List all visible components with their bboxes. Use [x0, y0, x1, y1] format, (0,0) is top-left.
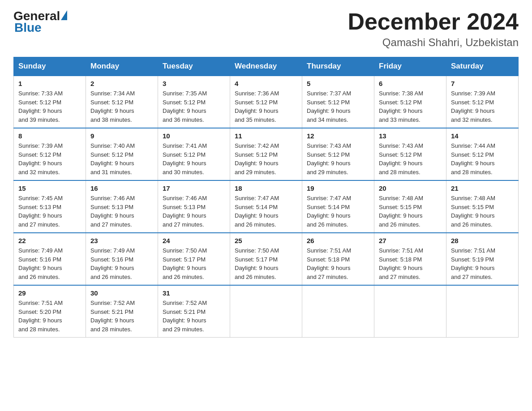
day-info: Sunrise: 7:46 AM Sunset: 5:13 PM Dayligh…: [163, 194, 225, 229]
calendar-cell: 25 Sunrise: 7:50 AM Sunset: 5:17 PM Dayl…: [230, 233, 302, 285]
day-info: Sunrise: 7:33 AM Sunset: 5:12 PM Dayligh…: [18, 89, 81, 124]
calendar-cell: 11 Sunrise: 7:42 AM Sunset: 5:12 PM Dayl…: [230, 128, 302, 180]
calendar-cell: 17 Sunrise: 7:46 AM Sunset: 5:13 PM Dayl…: [158, 180, 230, 233]
calendar-cell: 3 Sunrise: 7:35 AM Sunset: 5:12 PM Dayli…: [158, 76, 230, 128]
day-info: Sunrise: 7:48 AM Sunset: 5:15 PM Dayligh…: [451, 194, 514, 229]
calendar-week-row: 29 Sunrise: 7:51 AM Sunset: 5:20 PM Dayl…: [14, 285, 519, 338]
calendar-cell: 18 Sunrise: 7:47 AM Sunset: 5:14 PM Dayl…: [230, 180, 302, 233]
day-info: Sunrise: 7:48 AM Sunset: 5:15 PM Dayligh…: [379, 194, 442, 229]
day-number: 18: [235, 184, 297, 192]
day-number: 19: [307, 184, 369, 192]
day-number: 30: [90, 289, 153, 297]
day-info: Sunrise: 7:51 AM Sunset: 5:19 PM Dayligh…: [451, 246, 514, 281]
day-info: Sunrise: 7:40 AM Sunset: 5:12 PM Dayligh…: [90, 141, 153, 176]
day-info: Sunrise: 7:35 AM Sunset: 5:12 PM Dayligh…: [163, 89, 225, 124]
day-info: Sunrise: 7:39 AM Sunset: 5:12 PM Dayligh…: [18, 141, 81, 176]
weekday-header-saturday: Saturday: [446, 57, 519, 76]
weekday-header-monday: Monday: [86, 57, 158, 76]
day-info: Sunrise: 7:52 AM Sunset: 5:21 PM Dayligh…: [90, 299, 153, 334]
calendar-cell: [230, 285, 302, 338]
day-number: 15: [18, 184, 81, 192]
day-info: Sunrise: 7:51 AM Sunset: 5:18 PM Dayligh…: [379, 246, 442, 281]
calendar-subtitle: Qamashi Shahri, Uzbekistan: [348, 36, 519, 49]
calendar-cell: 21 Sunrise: 7:48 AM Sunset: 5:15 PM Dayl…: [446, 180, 519, 233]
day-number: 3: [163, 80, 225, 87]
day-info: Sunrise: 7:50 AM Sunset: 5:17 PM Dayligh…: [235, 246, 297, 281]
day-number: 23: [90, 237, 153, 244]
day-info: Sunrise: 7:43 AM Sunset: 5:12 PM Dayligh…: [379, 141, 442, 176]
title-area: December 2024 Qamashi Shahri, Uzbekistan: [348, 9, 519, 49]
calendar-cell: 5 Sunrise: 7:37 AM Sunset: 5:12 PM Dayli…: [302, 76, 374, 128]
calendar-cell: 23 Sunrise: 7:49 AM Sunset: 5:16 PM Dayl…: [86, 233, 158, 285]
day-number: 25: [235, 237, 297, 244]
calendar-cell: 9 Sunrise: 7:40 AM Sunset: 5:12 PM Dayli…: [86, 128, 158, 180]
day-number: 21: [451, 184, 514, 192]
day-info: Sunrise: 7:52 AM Sunset: 5:21 PM Dayligh…: [163, 299, 225, 334]
weekday-header-sunday: Sunday: [14, 57, 86, 76]
calendar-cell: 1 Sunrise: 7:33 AM Sunset: 5:12 PM Dayli…: [14, 76, 86, 128]
day-info: Sunrise: 7:38 AM Sunset: 5:12 PM Dayligh…: [379, 89, 442, 124]
day-info: Sunrise: 7:50 AM Sunset: 5:17 PM Dayligh…: [163, 246, 225, 281]
day-number: 27: [379, 237, 442, 244]
day-number: 14: [451, 132, 514, 140]
weekday-header-friday: Friday: [374, 57, 446, 76]
day-number: 2: [90, 80, 153, 87]
calendar-cell: 14 Sunrise: 7:44 AM Sunset: 5:12 PM Dayl…: [446, 128, 519, 180]
day-info: Sunrise: 7:47 AM Sunset: 5:14 PM Dayligh…: [235, 194, 297, 229]
calendar-cell: 13 Sunrise: 7:43 AM Sunset: 5:12 PM Dayl…: [374, 128, 446, 180]
day-number: 16: [90, 184, 153, 192]
calendar-cell: [374, 285, 446, 338]
day-info: Sunrise: 7:51 AM Sunset: 5:18 PM Dayligh…: [307, 246, 369, 281]
day-number: 24: [163, 237, 225, 244]
logo-blue-text: Blue: [14, 21, 42, 35]
day-info: Sunrise: 7:44 AM Sunset: 5:12 PM Dayligh…: [451, 141, 514, 176]
calendar-week-row: 1 Sunrise: 7:33 AM Sunset: 5:12 PM Dayli…: [14, 76, 519, 128]
day-number: 10: [163, 132, 225, 140]
day-info: Sunrise: 7:42 AM Sunset: 5:12 PM Dayligh…: [235, 141, 297, 176]
day-info: Sunrise: 7:51 AM Sunset: 5:20 PM Dayligh…: [18, 299, 81, 334]
calendar-cell: [446, 285, 519, 338]
calendar-cell: 19 Sunrise: 7:47 AM Sunset: 5:14 PM Dayl…: [302, 180, 374, 233]
calendar-cell: 26 Sunrise: 7:51 AM Sunset: 5:18 PM Dayl…: [302, 233, 374, 285]
day-number: 22: [18, 237, 81, 244]
page-header: General Blue December 2024 Qamashi Shahr…: [13, 9, 519, 49]
logo: General Blue: [13, 9, 68, 35]
calendar-cell: 6 Sunrise: 7:38 AM Sunset: 5:12 PM Dayli…: [374, 76, 446, 128]
calendar-cell: 22 Sunrise: 7:49 AM Sunset: 5:16 PM Dayl…: [14, 233, 86, 285]
calendar-cell: [302, 285, 374, 338]
calendar-cell: 8 Sunrise: 7:39 AM Sunset: 5:12 PM Dayli…: [14, 128, 86, 180]
calendar-cell: 20 Sunrise: 7:48 AM Sunset: 5:15 PM Dayl…: [374, 180, 446, 233]
day-info: Sunrise: 7:43 AM Sunset: 5:12 PM Dayligh…: [307, 141, 369, 176]
calendar-cell: 2 Sunrise: 7:34 AM Sunset: 5:12 PM Dayli…: [86, 76, 158, 128]
calendar-cell: 12 Sunrise: 7:43 AM Sunset: 5:12 PM Dayl…: [302, 128, 374, 180]
day-number: 8: [18, 132, 81, 140]
weekday-header-row: SundayMondayTuesdayWednesdayThursdayFrid…: [14, 57, 519, 76]
day-info: Sunrise: 7:39 AM Sunset: 5:12 PM Dayligh…: [451, 89, 514, 124]
day-number: 26: [307, 237, 369, 244]
day-number: 4: [235, 80, 297, 87]
calendar-cell: 30 Sunrise: 7:52 AM Sunset: 5:21 PM Dayl…: [86, 285, 158, 338]
calendar-cell: 16 Sunrise: 7:46 AM Sunset: 5:13 PM Dayl…: [86, 180, 158, 233]
day-info: Sunrise: 7:49 AM Sunset: 5:16 PM Dayligh…: [90, 246, 153, 281]
calendar-week-row: 22 Sunrise: 7:49 AM Sunset: 5:16 PM Dayl…: [14, 233, 519, 285]
day-number: 13: [379, 132, 442, 140]
calendar-cell: 15 Sunrise: 7:45 AM Sunset: 5:13 PM Dayl…: [14, 180, 86, 233]
calendar-cell: 4 Sunrise: 7:36 AM Sunset: 5:12 PM Dayli…: [230, 76, 302, 128]
day-number: 1: [18, 80, 81, 87]
day-number: 12: [307, 132, 369, 140]
day-number: 28: [451, 237, 514, 244]
logo-triangle-icon: [61, 10, 67, 20]
day-info: Sunrise: 7:41 AM Sunset: 5:12 PM Dayligh…: [163, 141, 225, 176]
calendar-cell: 29 Sunrise: 7:51 AM Sunset: 5:20 PM Dayl…: [14, 285, 86, 338]
day-info: Sunrise: 7:45 AM Sunset: 5:13 PM Dayligh…: [18, 194, 81, 229]
calendar-week-row: 8 Sunrise: 7:39 AM Sunset: 5:12 PM Dayli…: [14, 128, 519, 180]
day-number: 11: [235, 132, 297, 140]
calendar-cell: 27 Sunrise: 7:51 AM Sunset: 5:18 PM Dayl…: [374, 233, 446, 285]
calendar-cell: 10 Sunrise: 7:41 AM Sunset: 5:12 PM Dayl…: [158, 128, 230, 180]
calendar-cell: 31 Sunrise: 7:52 AM Sunset: 5:21 PM Dayl…: [158, 285, 230, 338]
calendar-table: SundayMondayTuesdayWednesdayThursdayFrid…: [13, 57, 519, 338]
calendar-title: December 2024: [348, 9, 519, 34]
day-number: 9: [90, 132, 153, 140]
day-number: 7: [451, 80, 514, 87]
day-number: 6: [379, 80, 442, 87]
